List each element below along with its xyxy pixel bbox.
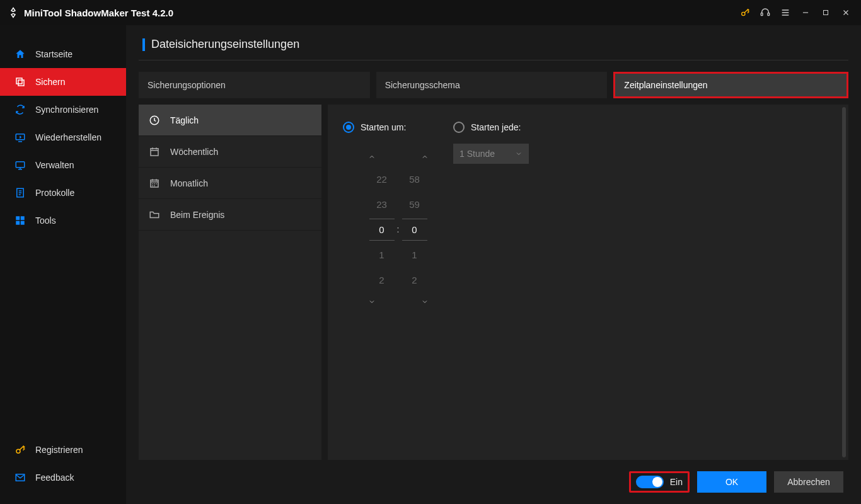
schedule-mode-daily[interactable]: Täglich — [139, 105, 321, 136]
radio-start-at[interactable] — [343, 122, 354, 133]
svg-rect-11 — [16, 221, 20, 225]
schedule-enable-toggle[interactable] — [636, 476, 664, 488]
sidebar-item-label: Synchronisieren — [35, 105, 98, 115]
svg-rect-15 — [151, 148, 158, 155]
svg-rect-4 — [16, 78, 22, 84]
app-title: MiniTool ShadowMaker Test 4.2.0 — [24, 8, 173, 18]
sync-icon — [14, 104, 26, 115]
clock-icon — [149, 115, 160, 126]
schedule-enable-toggle-wrap: Ein — [629, 471, 690, 493]
sidebar-item-label: Sichern — [35, 77, 65, 87]
accent-bar — [142, 38, 145, 51]
sidebar-item-label: Verwalten — [35, 160, 74, 170]
app-logo-icon — [8, 7, 19, 18]
svg-rect-10 — [21, 216, 25, 220]
svg-rect-7 — [16, 162, 25, 168]
interval-value: 1 Stunde — [459, 149, 495, 159]
svg-rect-5 — [18, 80, 24, 86]
key-icon — [14, 444, 26, 455]
sidebar: Startseite Sichern Synchronisieren Wiede… — [0, 25, 126, 504]
sidebar-feedback[interactable]: Feedback — [0, 464, 126, 491]
page-title: Dateisicherungseinstellungen — [151, 38, 299, 51]
restore-icon — [14, 132, 26, 143]
sidebar-item-logs[interactable]: Protokolle — [0, 179, 126, 207]
backup-icon — [14, 76, 26, 88]
sidebar-item-label: Startseite — [35, 49, 72, 59]
toggle-label: Ein — [670, 477, 683, 487]
sidebar-register-label: Registrieren — [35, 445, 83, 455]
sidebar-item-label: Tools — [35, 215, 56, 226]
tab-backup-scheme[interactable]: Sicherungsschema — [376, 72, 608, 98]
tab-schedule-settings[interactable]: Zeitplaneinstellungen — [613, 72, 848, 98]
svg-rect-12 — [21, 221, 25, 225]
sidebar-feedback-label: Feedback — [35, 472, 74, 483]
page-header: Dateisicherungseinstellungen — [139, 38, 848, 60]
sidebar-register[interactable]: Registrieren — [0, 436, 126, 464]
close-button[interactable] — [836, 3, 856, 23]
sidebar-item-label: Wiederherstellen — [35, 132, 101, 142]
support-icon[interactable] — [755, 3, 775, 23]
logs-icon — [14, 187, 26, 198]
radio-start-at-label: Starten um: — [361, 122, 406, 132]
calendar-week-icon — [149, 146, 160, 158]
svg-rect-3 — [824, 11, 828, 15]
minute-up-button[interactable] — [412, 147, 437, 166]
titlebar: MiniTool ShadowMaker Test 4.2.0 — [0, 0, 861, 25]
folder-icon — [149, 209, 160, 220]
scrollbar[interactable] — [842, 107, 846, 457]
license-key-icon[interactable] — [735, 3, 755, 23]
cancel-button[interactable]: Abbrechen — [774, 471, 843, 493]
ok-button[interactable]: OK — [697, 471, 766, 493]
interval-select: 1 Stunde — [453, 144, 529, 164]
hour-up-button[interactable] — [359, 147, 384, 166]
main-area: Dateisicherungseinstellungen Sicherungso… — [126, 25, 861, 504]
schedule-mode-weekly[interactable]: Wöchentlich — [139, 136, 321, 168]
manage-icon — [14, 159, 26, 171]
hour-down-button[interactable] — [359, 292, 384, 311]
radio-start-every-label: Starten jede: — [471, 122, 521, 132]
menu-icon[interactable] — [775, 3, 795, 23]
hour-value[interactable]: 0 — [369, 219, 395, 241]
minute-down-button[interactable] — [412, 292, 437, 311]
svg-rect-9 — [16, 216, 20, 220]
dialog-footer: Ein OK Abbrechen — [139, 460, 848, 504]
schedule-mode-on-event[interactable]: Beim Ereignis — [139, 199, 321, 231]
time-spinner: 2258 2359 0:0 11 22 — [343, 147, 453, 311]
sidebar-item-manage[interactable]: Verwalten — [0, 151, 126, 179]
tab-backup-options[interactable]: Sicherungsoptionen — [139, 72, 370, 98]
schedule-mode-monthly[interactable]: Monatlich — [139, 168, 321, 199]
sidebar-item-backup[interactable]: Sichern — [0, 68, 126, 96]
svg-rect-2 — [768, 13, 770, 16]
home-icon — [14, 49, 26, 60]
tools-icon — [14, 215, 26, 226]
sidebar-item-tools[interactable]: Tools — [0, 207, 126, 234]
sidebar-item-restore[interactable]: Wiederherstellen — [0, 123, 126, 151]
sidebar-item-home[interactable]: Startseite — [0, 40, 126, 68]
sidebar-item-sync[interactable]: Synchronisieren — [0, 96, 126, 123]
schedule-mode-list: Täglich Wöchentlich Monatlich Beim Ereig… — [139, 105, 321, 460]
maximize-button[interactable] — [816, 3, 836, 23]
radio-start-every[interactable] — [453, 122, 465, 133]
minute-value[interactable]: 0 — [402, 219, 427, 241]
schedule-detail-panel: Starten um: 2258 2359 0:0 11 22 — [328, 105, 848, 460]
minimize-button[interactable] — [795, 3, 816, 23]
sidebar-item-label: Protokolle — [35, 188, 74, 198]
mail-icon — [14, 472, 26, 483]
svg-rect-1 — [761, 13, 763, 16]
chevron-down-icon — [515, 150, 523, 158]
calendar-month-icon — [149, 178, 160, 189]
